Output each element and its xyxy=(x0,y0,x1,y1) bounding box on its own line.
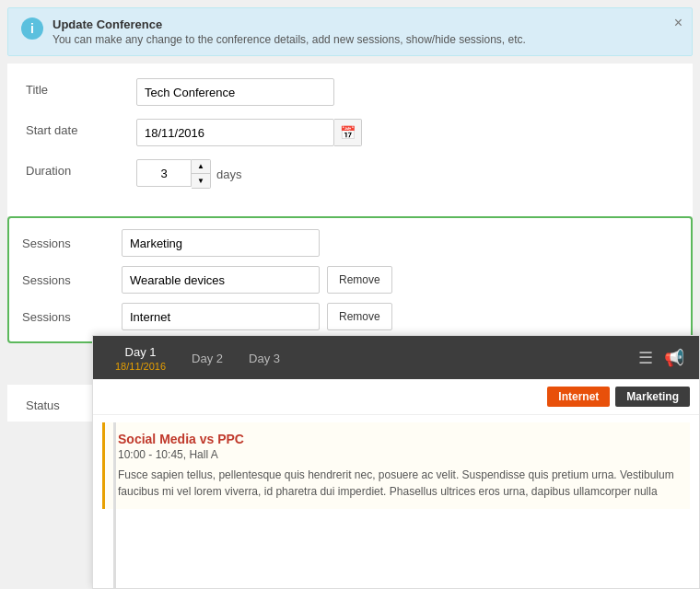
calendar-button[interactable]: 📅 xyxy=(334,119,362,146)
info-icon: i xyxy=(21,17,43,40)
duration-control: ▲ ▼ days xyxy=(136,159,674,189)
session-list: Social Media vs PPC 10:00 - 10:45, Hall … xyxy=(93,422,699,588)
form-area: Title Start date 📅 Duration ▲ ▼ xyxy=(7,64,693,216)
session-card-title: Social Media vs PPC xyxy=(118,432,677,446)
session-card-1: Social Media vs PPC 10:00 - 10:45, Hall … xyxy=(102,422,690,509)
duration-input[interactable] xyxy=(136,159,192,187)
sessions-box: Sessions Sessions Remove Sessions Remove xyxy=(7,216,693,343)
banner-description: You can make any change to the conferenc… xyxy=(52,33,679,46)
bottom-panel: Day 1 18/11/2016 Day 2 Day 3 ☰ 📢 Interne… xyxy=(92,335,700,589)
start-date-row: Start date 📅 xyxy=(26,119,674,146)
session-input-2[interactable] xyxy=(122,266,320,294)
session-row-1: Sessions xyxy=(22,229,678,257)
days-label: days xyxy=(216,167,241,181)
tag-marketing[interactable]: Marketing xyxy=(615,387,690,407)
day-tab-3[interactable]: Day 3 xyxy=(236,342,293,373)
info-banner: i Update Conference You can make any cha… xyxy=(7,7,693,56)
remove-session-2-button[interactable]: Remove xyxy=(327,266,392,294)
title-label: Title xyxy=(26,78,136,97)
megaphone-icon[interactable]: 📢 xyxy=(659,348,690,368)
timeline-bar xyxy=(113,422,116,588)
remove-session-3-button[interactable]: Remove xyxy=(327,303,392,330)
day-tabs: Day 1 18/11/2016 Day 2 Day 3 ☰ 📢 xyxy=(93,336,699,379)
day-tab-1[interactable]: Day 1 18/11/2016 xyxy=(102,336,179,379)
title-row: Title xyxy=(26,78,674,106)
title-input[interactable] xyxy=(136,78,334,106)
start-date-control: 📅 xyxy=(136,119,674,146)
duration-spinner: ▲ ▼ xyxy=(192,159,211,189)
session-card-description: Fusce sapien tellus, pellentesque quis h… xyxy=(118,467,677,500)
session-input-3[interactable] xyxy=(122,303,320,330)
session-label-1: Sessions xyxy=(22,237,114,250)
list-view-icon[interactable]: ☰ xyxy=(633,348,659,368)
day-tab-3-label: Day 3 xyxy=(249,352,280,365)
day-tab-2[interactable]: Day 2 xyxy=(179,342,236,373)
duration-label: Duration xyxy=(26,159,136,178)
day-tab-1-label: Day 1 xyxy=(125,345,157,359)
session-label-2: Sessions xyxy=(22,273,114,287)
session-input-1[interactable] xyxy=(122,229,320,257)
tag-internet[interactable]: Internet xyxy=(547,387,610,407)
duration-row: Duration ▲ ▼ days xyxy=(26,159,674,189)
day-tab-1-date: 18/11/2016 xyxy=(115,361,166,372)
duration-decrement[interactable]: ▼ xyxy=(192,174,210,188)
close-banner-button[interactable]: × xyxy=(674,16,682,30)
banner-title: Update Conference xyxy=(52,17,679,31)
date-wrap: 📅 xyxy=(136,119,362,146)
start-date-label: Start date xyxy=(26,119,136,137)
duration-increment[interactable]: ▲ xyxy=(192,160,210,174)
start-date-input[interactable] xyxy=(136,119,334,146)
session-row-2: Sessions Remove xyxy=(22,266,678,294)
title-control xyxy=(136,78,674,106)
session-row-3: Sessions Remove xyxy=(22,303,678,330)
duration-wrap: ▲ ▼ days xyxy=(136,159,241,189)
session-card-time: 10:00 - 10:45, Hall A xyxy=(118,448,677,461)
filter-row: Internet Marketing xyxy=(93,379,699,415)
info-text: Update Conference You can make any chang… xyxy=(52,17,679,46)
day-tab-2-label: Day 2 xyxy=(192,352,223,365)
session-label-3: Sessions xyxy=(22,310,114,324)
